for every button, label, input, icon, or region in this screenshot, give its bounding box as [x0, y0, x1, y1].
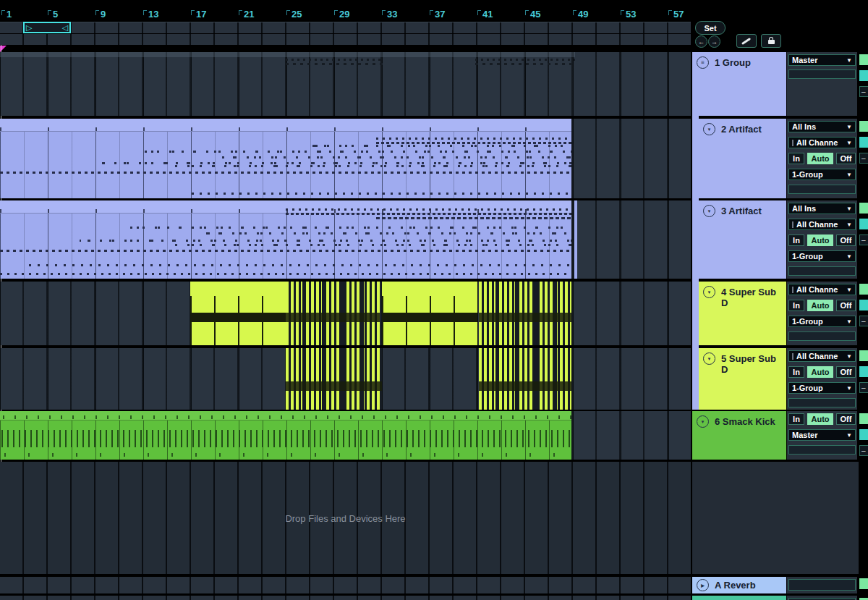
monitor-off-button[interactable]: Off — [836, 234, 856, 246]
midi-clip-sub-chops[interactable] — [479, 282, 571, 345]
clip-title-bar[interactable] — [0, 200, 571, 214]
solo-button[interactable] — [859, 429, 868, 440]
midi-clip-sub-solid[interactable] — [382, 282, 477, 345]
monitor-in-button[interactable]: In — [788, 413, 804, 425]
input-routing-dropdown[interactable]: All Ins ▼ — [788, 203, 856, 214]
track-header-kick[interactable]: ▼ 6 Smack Kick — [692, 411, 786, 460]
track-delay-field[interactable] — [788, 69, 856, 79]
volume-field[interactable]: – — [859, 153, 868, 164]
return-track-header-reverb[interactable]: ▶ A Reverb — [692, 577, 786, 593]
track-activator-button[interactable] — [859, 121, 868, 132]
output-routing-dropdown[interactable]: 1-Group ▼ — [788, 382, 856, 394]
empty-track-drop-area[interactable]: Drop Files and Devices Here — [0, 462, 691, 574]
solo-button[interactable] — [859, 366, 868, 377]
play-return-icon[interactable]: ▶ — [697, 579, 709, 591]
fold-track-icon[interactable]: ▼ — [697, 415, 709, 428]
lock-envelopes-button[interactable] — [761, 34, 781, 48]
monitor-in-button[interactable]: In — [788, 153, 804, 164]
track-lane-supersub-5[interactable] — [0, 348, 691, 410]
clip-title-bar[interactable] — [0, 411, 571, 421]
input-routing-dropdown[interactable]: All Ins ▼ — [788, 121, 856, 132]
volume-field[interactable]: – — [859, 382, 868, 393]
midi-clip-sliver[interactable] — [574, 200, 577, 279]
prev-locator-button[interactable]: ← — [695, 35, 707, 48]
output-routing-dropdown[interactable]: Master ▼ — [788, 429, 856, 441]
midi-clip-sub-chops[interactable] — [286, 348, 382, 410]
track-header-artifact-3[interactable]: ▼ 3 Artifact — [699, 200, 786, 279]
monitor-in-button[interactable]: In — [788, 366, 804, 378]
monitor-in-button[interactable]: In — [788, 234, 804, 246]
beat-time-ruler[interactable]: 1 5 9 13 17 21 25 29 33 37 41 45 49 53 5… — [0, 0, 691, 22]
track-activator-button[interactable] — [859, 54, 868, 65]
track-lane-group[interactable] — [0, 52, 691, 116]
midi-clip-artifact-3[interactable] — [0, 200, 571, 279]
monitor-off-button[interactable]: Off — [836, 413, 856, 425]
input-channel-dropdown[interactable]: All Channe ▼ — [788, 350, 856, 362]
volume-field[interactable]: – — [859, 445, 868, 456]
group-icon[interactable]: ≡ — [697, 56, 709, 69]
solo-button[interactable] — [859, 219, 868, 229]
monitor-in-button[interactable]: In — [788, 300, 804, 311]
next-locator-button[interactable]: → — [708, 35, 720, 48]
volume-field[interactable]: – — [859, 316, 868, 326]
track-delay-field[interactable] — [788, 331, 856, 341]
return-track-lane[interactable] — [0, 577, 691, 593]
scrub-area-row[interactable] — [0, 22, 691, 33]
input-channel-dropdown[interactable]: All Channe ▼ — [788, 137, 856, 148]
track-activator-button[interactable] — [859, 350, 868, 361]
clip-title-bar[interactable] — [0, 119, 571, 132]
track-lane-supersub-4[interactable] — [0, 282, 691, 345]
solo-button[interactable] — [859, 137, 868, 148]
track-delay-field[interactable] — [788, 266, 856, 276]
loop-brace[interactable]: ▷ ◁ — [23, 22, 71, 33]
volume-field[interactable]: – — [859, 234, 868, 245]
monitor-auto-button[interactable]: Auto — [807, 413, 833, 425]
return-track-lane-partial[interactable] — [0, 596, 691, 600]
output-routing-dropdown[interactable]: 1-Group ▼ — [788, 316, 856, 327]
monitor-auto-button[interactable]: Auto — [807, 366, 833, 378]
midi-clip-sub-chops[interactable] — [479, 348, 571, 410]
solo-button[interactable] — [859, 70, 868, 81]
draw-mode-button[interactable] — [736, 34, 757, 48]
empty-header-area[interactable] — [692, 462, 859, 574]
solo-button[interactable] — [859, 300, 868, 310]
track-lane-kick[interactable] — [0, 411, 691, 460]
input-channel-dropdown[interactable]: All Channe ▼ — [788, 219, 856, 230]
marker-area-row[interactable] — [0, 34, 691, 45]
track-delay-field[interactable] — [788, 398, 856, 407]
track-header-supersub-5[interactable]: ▼ 5 Super Sub D — [699, 348, 786, 410]
midi-clip-sub-solid[interactable] — [190, 282, 286, 345]
output-routing-dropdown[interactable]: 1-Group ▼ — [788, 169, 856, 180]
volume-field[interactable]: – — [859, 86, 868, 97]
track-activator-button[interactable] — [859, 284, 868, 295]
monitor-auto-button[interactable]: Auto — [807, 234, 833, 246]
track-activator-button[interactable] — [859, 578, 868, 589]
output-routing-dropdown[interactable]: 1-Group ▼ — [788, 250, 856, 262]
track-header-group[interactable]: ≡ 1 Group — [692, 52, 786, 116]
monitor-auto-button[interactable]: Auto — [807, 153, 833, 164]
midi-clip-artifact-2[interactable] — [0, 119, 571, 198]
loop-end-handle-icon[interactable]: ◁ — [62, 24, 68, 32]
fold-track-icon[interactable]: ▼ — [703, 205, 715, 217]
track-header-supersub-4[interactable]: ▼ 4 Super Sub D — [699, 282, 786, 345]
set-locator-button[interactable]: Set — [695, 21, 726, 35]
loop-start-handle-icon[interactable]: ▷ — [26, 24, 32, 32]
track-delay-field[interactable] — [788, 185, 856, 194]
input-channel-dropdown[interactable]: All Channe ▼ — [788, 284, 856, 295]
return-track-header-partial[interactable] — [692, 596, 786, 600]
output-routing-dropdown[interactable]: Master ▼ — [788, 54, 856, 66]
monitor-off-button[interactable]: Off — [836, 153, 856, 164]
track-activator-button[interactable] — [859, 413, 868, 424]
midi-clip-sub-chops[interactable] — [286, 282, 380, 345]
monitor-auto-button[interactable]: Auto — [807, 300, 833, 311]
track-lane-artifact-2[interactable] — [0, 119, 691, 198]
monitor-off-button[interactable]: Off — [836, 300, 856, 311]
track-lane-artifact-3[interactable] — [0, 200, 691, 279]
monitor-off-button[interactable]: Off — [836, 366, 856, 378]
track-delay-field[interactable] — [788, 445, 856, 455]
track-delay-field[interactable] — [788, 579, 856, 591]
fold-track-icon[interactable]: ▼ — [703, 352, 715, 365]
fold-track-icon[interactable]: ▼ — [703, 123, 715, 135]
track-activator-button[interactable] — [859, 203, 868, 214]
track-header-artifact-2[interactable]: ▼ 2 Artifact — [699, 119, 786, 198]
